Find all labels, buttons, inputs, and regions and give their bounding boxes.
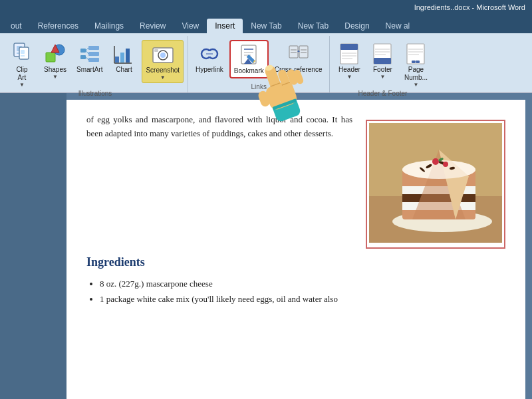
doc-page: of egg yolks and mascarpone, and flavore… <box>66 100 525 399</box>
svg-point-24 <box>160 53 166 58</box>
tab-review[interactable]: Review <box>132 19 174 33</box>
tab-references[interactable]: References <box>30 19 86 33</box>
svg-rect-11 <box>88 46 99 50</box>
links-items: Hyperlink Bookmark <box>192 37 325 83</box>
smartart-label: SmartArt <box>76 66 102 74</box>
clip-art-button[interactable]: ClipArt ▼ <box>7 40 37 90</box>
hyperlink-label: Hyperlink <box>196 66 223 74</box>
illustrations-items: ClipArt ▼ Shapes ▼ <box>7 37 184 90</box>
document-area: of egg yolks and mascarpone, and flavore… <box>0 93 532 399</box>
svg-rect-5 <box>21 55 25 57</box>
title-bar-text: Ingredients..docx - Microsoft Word <box>414 3 525 11</box>
shapes-arrow: ▼ <box>53 74 58 80</box>
svg-rect-37 <box>289 46 298 58</box>
svg-rect-17 <box>115 57 119 63</box>
cross-reference-icon <box>287 42 311 66</box>
svg-line-16 <box>86 57 88 60</box>
hyperlink-button[interactable]: Hyperlink <box>192 40 227 76</box>
tab-design[interactable]: Design <box>336 19 377 33</box>
shapes-icon <box>43 42 67 66</box>
svg-rect-6 <box>46 53 55 62</box>
page-number-icon: 1 <box>404 42 428 66</box>
cross-reference-button[interactable]: Cross-reference <box>271 40 326 76</box>
chart-icon <box>112 42 136 66</box>
svg-rect-49 <box>374 58 391 64</box>
page-number-label: PageNumb... <box>404 66 428 82</box>
links-group-label: Links <box>251 83 267 92</box>
bookmark-button[interactable]: Bookmark <box>229 40 269 78</box>
illustrations-group-label: Illustrations <box>78 90 112 99</box>
svg-point-74 <box>432 158 439 165</box>
footer-label: Footer <box>373 66 392 74</box>
header-button[interactable]: Header ▼ <box>334 40 364 82</box>
ribbon-toolbar: ClipArt ▼ Shapes ▼ <box>0 33 532 93</box>
tab-out[interactable]: out <box>3 19 30 33</box>
svg-line-15 <box>86 51 88 54</box>
tab-mailings[interactable]: Mailings <box>86 19 132 33</box>
tab-insert[interactable]: Insert <box>207 19 243 33</box>
svg-rect-13 <box>88 58 99 62</box>
footer-icon <box>370 42 394 66</box>
svg-rect-18 <box>120 53 124 63</box>
bookmark-icon <box>237 43 261 67</box>
tab-newtab2[interactable]: New Tab <box>290 19 336 33</box>
shapes-label: Shapes <box>44 66 66 74</box>
ribbon-group-header-footer: Header ▼ Footer ▼ <box>330 36 435 92</box>
screenshot-arrow: ▼ <box>160 74 166 80</box>
screenshot-button[interactable]: Screenshot ▼ <box>142 40 184 83</box>
clip-art-arrow: ▼ <box>19 82 25 88</box>
ribbon-group-links: Hyperlink Bookmark <box>188 36 330 92</box>
screenshot-icon <box>151 43 175 66</box>
ribbon-group-illustrations: ClipArt ▼ Shapes ▼ <box>3 36 188 92</box>
svg-rect-25 <box>154 49 158 52</box>
clip-art-icon <box>10 42 34 66</box>
list-item: 8 oz. (227g.) mascarpone cheese <box>100 276 505 291</box>
tab-view[interactable]: View <box>174 19 207 33</box>
cake-svg <box>369 123 502 243</box>
svg-line-14 <box>86 48 88 51</box>
svg-rect-10 <box>80 55 86 59</box>
shapes-button[interactable]: Shapes ▼ <box>40 40 70 82</box>
header-footer-group-label: Header & Footer <box>358 90 407 99</box>
chart-button[interactable]: Chart <box>108 40 139 76</box>
svg-rect-19 <box>126 49 130 63</box>
doc-heading: Ingredients <box>86 255 505 269</box>
header-footer-items: Header ▼ Footer ▼ <box>334 37 431 90</box>
doc-list: 8 oz. (227g.) mascarpone cheese 1 packag… <box>100 276 505 307</box>
title-bar: Ingredients..docx - Microsoft Word <box>0 0 532 15</box>
chart-label: Chart <box>116 66 132 74</box>
svg-rect-44 <box>340 44 358 50</box>
hyperlink-icon <box>198 42 221 66</box>
doc-image <box>366 120 505 249</box>
footer-arrow: ▼ <box>380 74 385 80</box>
clip-art-label: ClipArt <box>16 66 27 82</box>
svg-text:1: 1 <box>415 60 417 64</box>
footer-button[interactable]: Footer ▼ <box>367 40 398 82</box>
header-arrow: ▼ <box>346 74 352 80</box>
bookmark-label: Bookmark <box>234 67 264 75</box>
page-number-button[interactable]: 1 PageNumb... ▼ <box>400 40 431 90</box>
svg-rect-9 <box>80 49 86 53</box>
svg-point-69 <box>402 160 475 179</box>
svg-point-75 <box>443 162 448 167</box>
doc-sidebar <box>0 93 66 399</box>
page-number-arrow: ▼ <box>413 82 418 88</box>
ribbon-tabs: out References Mailings Review View Inse… <box>0 15 532 33</box>
tab-newtab1[interactable]: New Tab <box>243 19 289 33</box>
tab-newtab3[interactable]: New al <box>378 19 418 33</box>
svg-rect-38 <box>299 46 308 58</box>
list-item: 1 package white cake mix (you'll likely … <box>100 291 505 307</box>
svg-rect-12 <box>88 52 99 56</box>
header-label: Header <box>338 66 360 74</box>
cross-reference-label: Cross-reference <box>275 66 323 74</box>
header-icon <box>337 42 361 66</box>
svg-rect-4 <box>21 50 25 54</box>
smartart-icon <box>78 42 102 66</box>
smartart-button[interactable]: SmartArt <box>73 40 106 76</box>
screenshot-label: Screenshot <box>146 66 180 74</box>
